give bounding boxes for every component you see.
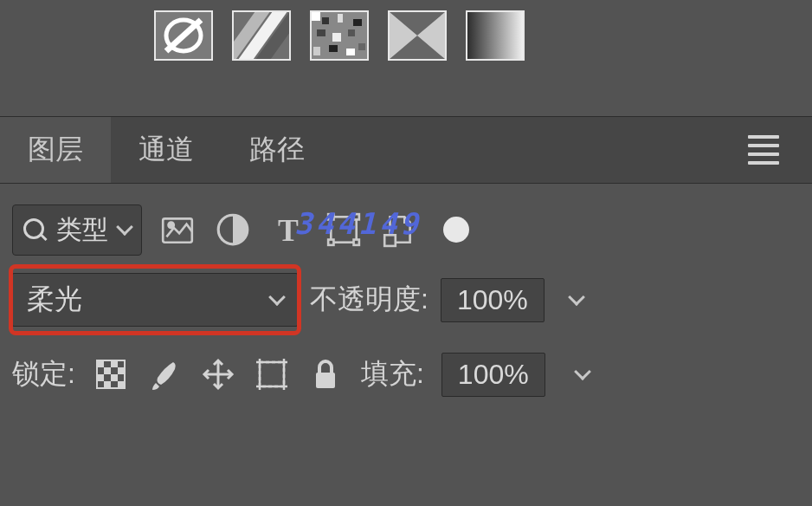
lock-label: 锁定:	[12, 355, 75, 393]
preset-circle-slash[interactable]	[154, 10, 213, 61]
svg-rect-10	[338, 14, 343, 23]
lock-fill-row: 锁定: 填充: 100%	[0, 340, 812, 409]
svg-rect-11	[353, 19, 362, 26]
search-icon	[23, 218, 46, 241]
svg-rect-39	[118, 367, 125, 374]
filter-toggle[interactable]	[443, 217, 469, 243]
filter-kind-dropdown[interactable]: 类型	[12, 204, 142, 256]
panel-menu-icon[interactable]	[715, 135, 812, 165]
svg-rect-46	[260, 362, 284, 386]
blend-opacity-row: 柔光 不透明度: 100%	[0, 260, 812, 340]
tab-channels[interactable]: 通道	[111, 117, 222, 183]
preset-noise[interactable]	[310, 10, 369, 61]
opacity-dropdown-button[interactable]	[557, 276, 596, 324]
svg-rect-18	[358, 43, 365, 50]
fill-value[interactable]: 100%	[441, 353, 545, 397]
svg-rect-24	[467, 12, 523, 59]
svg-rect-9	[322, 17, 329, 24]
chevron-down-icon	[574, 363, 591, 380]
opacity-value[interactable]: 100%	[441, 278, 545, 322]
preset-triangles[interactable]	[388, 10, 447, 61]
svg-rect-43	[118, 381, 125, 388]
fill-dropdown-button[interactable]	[563, 350, 603, 399]
lock-position-move-icon[interactable]	[200, 356, 236, 392]
lock-all-icon[interactable]	[307, 356, 344, 392]
svg-rect-12	[317, 29, 325, 36]
lock-transparency-icon[interactable]	[93, 356, 129, 392]
svg-rect-8	[312, 12, 320, 21]
preset-thumbnails	[0, 0, 812, 87]
svg-rect-14	[348, 29, 355, 36]
fill-label: 填充:	[361, 355, 424, 393]
chevron-down-icon	[568, 289, 585, 306]
chevron-down-icon	[268, 289, 286, 306]
tab-layers[interactable]: 图层	[0, 117, 111, 183]
tab-paths[interactable]: 路径	[222, 117, 332, 183]
svg-rect-40	[97, 374, 104, 381]
preset-gradient[interactable]	[466, 10, 525, 61]
svg-rect-16	[329, 45, 338, 52]
svg-rect-15	[313, 47, 320, 55]
blend-mode-container: 柔光	[12, 268, 298, 332]
watermark-text: 344149	[294, 206, 422, 241]
svg-rect-13	[332, 33, 341, 42]
chevron-down-icon	[116, 218, 133, 236]
svg-point-26	[169, 223, 174, 228]
svg-rect-36	[97, 360, 104, 367]
panel-tabs: 图层 通道 路径	[0, 116, 812, 184]
svg-rect-37	[111, 360, 118, 367]
svg-rect-38	[104, 367, 111, 374]
svg-rect-51	[316, 373, 335, 388]
svg-rect-17	[346, 49, 355, 55]
blend-mode-value: 柔光	[27, 281, 82, 319]
filter-kind-label: 类型	[56, 212, 108, 248]
opacity-label: 不透明度:	[310, 281, 429, 319]
lock-pixels-brush-icon[interactable]	[146, 356, 183, 392]
filter-adjustment-icon[interactable]	[213, 210, 253, 250]
svg-rect-41	[111, 374, 118, 381]
filter-pixel-icon[interactable]	[158, 210, 197, 250]
preset-diagonal-stripes[interactable]	[232, 10, 291, 61]
lock-artboard-icon[interactable]	[254, 356, 290, 392]
blend-mode-dropdown[interactable]: 柔光	[12, 273, 298, 327]
svg-rect-42	[104, 381, 111, 388]
